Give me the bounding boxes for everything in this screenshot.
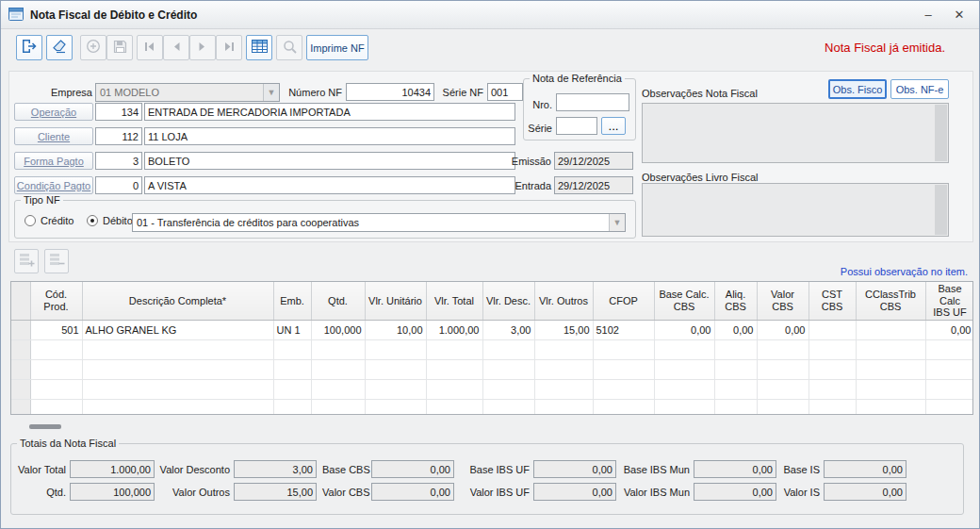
- total-label: Valor Outros: [153, 487, 234, 498]
- nota-referencia-title: Nota de Referência: [530, 73, 625, 84]
- cell-vlr-desc[interactable]: 3,00: [482, 320, 534, 339]
- obs-nf-memo: [642, 103, 949, 163]
- table-row-empty[interactable]: [11, 359, 973, 379]
- cliente-button[interactable]: Cliente: [14, 127, 93, 145]
- condicao-pagto-code-field[interactable]: 0: [95, 176, 142, 194]
- grid-icon: [252, 40, 268, 56]
- obs-nf-label: Observações Nota Fiscal: [642, 84, 792, 102]
- row-selector[interactable]: [11, 339, 30, 359]
- cell-vlr-unitario[interactable]: 10,00: [365, 320, 426, 339]
- entrada-label: Entrada: [510, 176, 551, 194]
- total-label: Valor IBS Mun: [622, 487, 694, 498]
- condicao-pagto-desc-field[interactable]: A VISTA: [144, 176, 515, 194]
- grid-view-button[interactable]: [246, 35, 272, 60]
- total-valor-total: Valor Total 1.000,00: [15, 460, 155, 478]
- ref-nro-field[interactable]: [556, 93, 629, 111]
- last-record-icon: [223, 41, 235, 55]
- cell-cod-prod[interactable]: 501: [30, 320, 82, 339]
- table-row-empty[interactable]: [11, 379, 973, 399]
- serie-nf-field[interactable]: 001: [487, 83, 523, 101]
- total-valor-ibs-uf: Valor IBS UF 0,00: [466, 483, 616, 501]
- col-header: Base Calc. CBS: [654, 282, 714, 320]
- col-header: CST CBS: [808, 282, 856, 320]
- cell-vlr-total[interactable]: 1.000,00: [426, 320, 482, 339]
- emissao-label: Emissão: [510, 152, 551, 170]
- grid-header: Cód. Prod. Descrição Completa* Emb. Qtd.…: [11, 282, 973, 320]
- col-header: Emb.: [273, 282, 311, 320]
- forma-pagto-code-field[interactable]: 3: [95, 152, 142, 170]
- total-label: Valor IBS UF: [466, 487, 533, 498]
- minimize-icon[interactable]: –: [916, 5, 940, 25]
- save-button: [106, 35, 133, 60]
- condicao-pagto-button[interactable]: Condição Pagto: [14, 176, 93, 194]
- table-row[interactable]: 501 ALHO GRANEL KG UN 1 100,000 10,00 1.…: [11, 320, 973, 339]
- ref-serie-field[interactable]: [556, 117, 597, 135]
- row-selector[interactable]: [11, 320, 30, 339]
- cell-cfop[interactable]: 5102: [593, 320, 654, 339]
- total-valor-outros: Valor Outros 15,00: [153, 483, 317, 501]
- total-value: 15,00: [234, 483, 317, 501]
- cell-emb[interactable]: UN 1: [273, 320, 311, 339]
- nota-fiscal-window: Nota Fiscal de Débito e Crédito – ✕ Impr…: [0, 0, 980, 529]
- total-label: Valor Desconto: [153, 464, 234, 475]
- exit-button[interactable]: [16, 35, 42, 60]
- add-item-icon: [19, 252, 35, 271]
- obs-nfe-button[interactable]: Obs. NF-e: [890, 79, 949, 99]
- cell-vlr-outros[interactable]: 15,00: [534, 320, 593, 339]
- col-header: CFOP: [593, 282, 654, 320]
- remove-item-button: [44, 249, 69, 273]
- cell-descricao[interactable]: ALHO GRANEL KG: [82, 320, 273, 339]
- cliente-desc-field[interactable]: 11 LOJA: [144, 127, 515, 145]
- debito-radio[interactable]: Débito: [87, 215, 133, 226]
- add-button: [80, 35, 106, 60]
- row-selector[interactable]: [11, 399, 30, 415]
- cell-qtd[interactable]: 100,000: [311, 320, 365, 339]
- total-value: 0,00: [824, 483, 906, 501]
- cell-cclasstrib-cbs[interactable]: [856, 320, 925, 339]
- serie-nf-label: Série NF: [438, 83, 483, 101]
- total-qtd: Qtd. 100,000: [15, 483, 155, 501]
- totals-group: Totais da Nota Fiscal Valor Total 1.000,…: [10, 438, 964, 515]
- total-label: Base IBS Mun: [622, 464, 694, 475]
- close-icon[interactable]: ✕: [947, 5, 972, 25]
- operacao-desc-field[interactable]: ENTRADA DE MERCADORIA IMPORTADA: [144, 103, 515, 121]
- cell-valor-cbs[interactable]: 0,00: [757, 320, 808, 339]
- cell-aliq-cbs[interactable]: 0,00: [714, 320, 757, 339]
- table-row-empty[interactable]: [11, 339, 973, 359]
- tipo-nf-title: Tipo NF: [21, 194, 63, 206]
- total-value: 0,00: [533, 460, 616, 478]
- totals-title: Totais da Nota Fiscal: [17, 438, 119, 449]
- numero-nf-field[interactable]: 10434: [346, 83, 434, 101]
- ref-serie-label: Série: [526, 119, 552, 137]
- ref-lookup-button[interactable]: ...: [601, 117, 626, 135]
- row-selector[interactable]: [11, 379, 30, 399]
- cliente-code-field[interactable]: 112: [95, 127, 142, 145]
- cell-cst-cbs[interactable]: [808, 320, 856, 339]
- obs-fisco-button[interactable]: Obs. Fisco: [828, 79, 887, 99]
- total-base-is: Base IS 0,00: [761, 460, 906, 478]
- search-button: [276, 35, 302, 60]
- cell-base-calc-ibs-uf[interactable]: 0,00: [925, 320, 973, 339]
- credito-radio[interactable]: Crédito: [24, 215, 74, 226]
- total-value: 100,000: [70, 483, 155, 501]
- operacao-button[interactable]: Operação: [14, 103, 93, 121]
- row-selector[interactable]: [11, 359, 30, 379]
- titlebar: Nota Fiscal de Débito e Crédito – ✕: [1, 1, 979, 29]
- total-label: Valor IS: [761, 487, 824, 498]
- col-header: CClassTrib CBS: [856, 282, 925, 320]
- total-valor-ibs-mun: Valor IBS Mun 0,00: [622, 483, 776, 501]
- add-icon: [86, 39, 101, 57]
- clear-button[interactable]: [46, 35, 73, 60]
- horizontal-scrollbar-thumb[interactable]: [29, 424, 61, 429]
- total-label: Base IBS UF: [466, 464, 533, 475]
- forma-pagto-desc-field[interactable]: BOLETO: [144, 152, 515, 170]
- cell-base-calc-cbs[interactable]: 0,00: [654, 320, 714, 339]
- imprime-nf-button[interactable]: Imprime NF: [306, 35, 368, 60]
- empresa-value: 01 MODELO: [96, 84, 263, 101]
- total-valor-is: Valor IS 0,00: [761, 483, 906, 501]
- total-value: 0,00: [533, 483, 616, 501]
- operacao-code-field[interactable]: 134: [95, 103, 142, 121]
- forma-pagto-button[interactable]: Forma Pagto: [14, 152, 93, 170]
- tipo-nf-combo[interactable]: 01 - Transferência de créditos para coop…: [132, 213, 626, 232]
- table-row-empty[interactable]: [11, 399, 973, 415]
